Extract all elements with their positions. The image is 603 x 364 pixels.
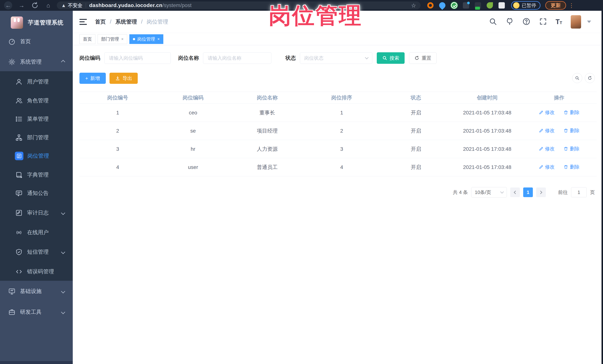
sidebar-item-sms[interactable]: 短信管理 xyxy=(0,243,73,261)
sidebar-item-label: 岗位管理 xyxy=(27,152,49,160)
status-select[interactable]: 岗位状态 xyxy=(300,52,372,64)
chevron-down-icon xyxy=(61,250,65,254)
sidebar-item-label: 通知公告 xyxy=(27,189,49,197)
prev-page-button[interactable] xyxy=(510,188,520,197)
url-bar[interactable]: ▲ 不安全 dashboard.yudao.iocoder.cn /system… xyxy=(57,1,421,9)
sidebar-item-roles[interactable]: 角色管理 xyxy=(0,91,73,110)
delete-link[interactable]: 删除 xyxy=(563,109,580,116)
column-header: 岗位名称 xyxy=(230,92,304,104)
tab-departments[interactable]: 部门管理 × xyxy=(98,34,127,44)
export-button[interactable]: 导出 xyxy=(109,73,138,84)
delete-link[interactable]: 删除 xyxy=(563,127,580,134)
delete-link[interactable]: 删除 xyxy=(563,164,580,170)
column-header: 创建时间 xyxy=(453,92,522,104)
reload-icon[interactable] xyxy=(31,1,39,10)
url-domain[interactable]: dashboard.yudao.iocoder.cn xyxy=(89,2,162,8)
sidebar-item-dict[interactable]: 字典管理 xyxy=(0,165,73,184)
chevron-down-icon xyxy=(500,190,504,194)
page-number-active[interactable]: 1 xyxy=(523,188,533,197)
close-icon[interactable]: × xyxy=(121,37,124,42)
sidebar-item-menus[interactable]: 菜单管理 xyxy=(0,110,73,128)
edit-icon xyxy=(539,128,544,133)
caret-down-icon[interactable] xyxy=(587,21,591,23)
extension-sprout-icon[interactable] xyxy=(487,2,493,9)
cell-actions: 修改 删除 xyxy=(522,122,597,140)
edit-icon xyxy=(539,165,544,169)
sidebar-item-home[interactable]: 首页 xyxy=(0,32,73,51)
sidebar-item-users[interactable]: 用户管理 xyxy=(0,73,73,91)
hamburger-icon[interactable] xyxy=(80,19,87,25)
toggle-search-button[interactable] xyxy=(572,73,582,83)
chevron-down-icon xyxy=(61,310,65,314)
forward-icon[interactable]: → xyxy=(17,1,26,10)
sidebar-item-label: 系统管理 xyxy=(20,58,42,66)
github-icon[interactable] xyxy=(506,17,514,26)
home-icon[interactable]: ⌂ xyxy=(44,1,52,10)
sidebar-item-error-codes[interactable]: 错误码管理 xyxy=(0,262,73,281)
extension-blue-drop-icon[interactable] xyxy=(438,1,447,10)
sidebar-item-infrastructure[interactable]: 基础设施 xyxy=(0,282,73,301)
table-row: 3 hr 人力资源 3 开启 2021-01-05 17:03:48 修改 删除 xyxy=(80,140,597,158)
paused-label: 已暂停 xyxy=(522,2,536,9)
extension-gif-icon[interactable] xyxy=(475,2,481,9)
cell-code: user xyxy=(156,158,230,176)
refresh-table-button[interactable] xyxy=(585,73,595,83)
breadcrumb-home[interactable]: 首页 xyxy=(95,18,106,26)
refresh-icon xyxy=(414,55,419,61)
sidebar: 芋道管理系统 首页 系统管理 用户管理 角色管理 xyxy=(0,11,73,364)
content: 岗位编码 岗位名称 状态 岗位状态 搜索 重置 xyxy=(73,45,602,364)
edit-link[interactable]: 修改 xyxy=(539,164,555,170)
sidebar-logo-row[interactable]: 芋道管理系统 xyxy=(0,13,73,32)
add-button[interactable]: + 新增 xyxy=(80,73,106,84)
sidebar-item-system[interactable]: 系统管理 xyxy=(0,53,73,71)
sidebar-item-departments[interactable]: 部门管理 xyxy=(0,128,73,147)
bookmark-star-icon[interactable]: ☆ xyxy=(411,2,416,9)
cell-sort: 1 xyxy=(304,104,379,122)
table-row: 2 se 项目经理 2 开启 2021-01-05 17:03:48 修改 删除 xyxy=(80,122,597,140)
sidebar-item-posts[interactable]: 岗位管理 xyxy=(0,147,73,165)
cell-created: 2021-01-05 17:03:48 xyxy=(453,158,522,176)
sidebar-item-online-users[interactable]: 在线用户 xyxy=(0,223,73,242)
profile-paused-badge[interactable]: 已暂停 xyxy=(511,1,540,10)
kebab-menu-icon[interactable]: ⋮ xyxy=(569,2,572,9)
post-code-input[interactable] xyxy=(104,52,171,64)
security-label[interactable]: 不安全 xyxy=(68,2,82,9)
edit-link[interactable]: 修改 xyxy=(539,109,555,116)
back-icon[interactable]: ← xyxy=(4,1,12,10)
tab-posts[interactable]: 岗位管理 × xyxy=(129,34,163,44)
extension-orange-ring-icon[interactable] xyxy=(427,2,434,9)
sidebar-item-label: 字典管理 xyxy=(27,171,49,178)
delete-link[interactable]: 删除 xyxy=(563,145,580,152)
dict-book-icon xyxy=(15,171,23,179)
active-dot-icon xyxy=(133,38,135,40)
table-row: 1 ceo 董事长 1 开启 2021-01-05 17:03:48 修改 删除 xyxy=(80,104,597,122)
sidebar-item-label: 菜单管理 xyxy=(27,115,49,123)
next-page-button[interactable] xyxy=(536,188,546,197)
sidebar-item-dev-tools[interactable]: 研发工具 xyxy=(0,303,73,321)
annotation-title: 岗位管理 xyxy=(269,1,362,31)
url-path[interactable]: /system/post xyxy=(162,2,192,8)
chevron-up-icon xyxy=(61,60,65,64)
close-icon[interactable]: × xyxy=(157,37,160,42)
extension-green-check-icon[interactable] xyxy=(451,2,457,9)
avatar[interactable] xyxy=(571,15,581,29)
reset-button[interactable]: 重置 xyxy=(409,52,437,64)
sidebar-item-notices[interactable]: 通知公告 xyxy=(0,184,73,202)
cell-code: hr xyxy=(156,140,230,158)
extensions-puzzle-icon[interactable] xyxy=(499,2,505,9)
page-size-select[interactable]: 10条/页 xyxy=(471,187,507,198)
fullscreen-icon[interactable] xyxy=(539,17,547,26)
update-button[interactable]: 更新 xyxy=(545,1,566,10)
font-size-icon[interactable]: TT xyxy=(556,18,562,26)
extension-gray-icon[interactable] xyxy=(463,2,469,9)
help-icon[interactable] xyxy=(522,17,530,26)
breadcrumb-system[interactable]: 系统管理 xyxy=(116,18,137,26)
search-button[interactable]: 搜索 xyxy=(377,52,405,64)
post-name-input[interactable] xyxy=(203,52,271,64)
goto-page-input[interactable] xyxy=(571,187,587,197)
search-icon[interactable] xyxy=(489,17,497,26)
tab-home[interactable]: 首页 xyxy=(80,34,95,44)
edit-link[interactable]: 修改 xyxy=(539,127,555,134)
edit-link[interactable]: 修改 xyxy=(539,145,555,152)
sidebar-item-audit-log[interactable]: 审计日志 xyxy=(0,204,73,222)
